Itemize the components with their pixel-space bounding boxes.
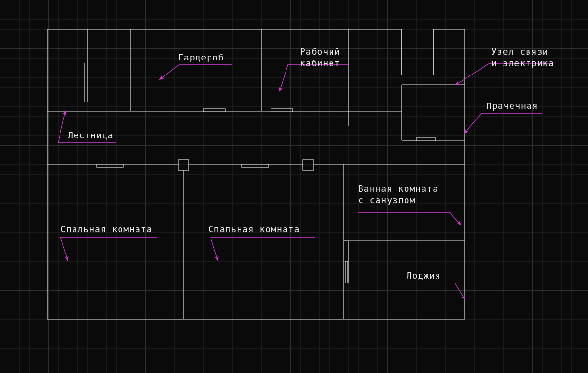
svg-rect-14 (242, 164, 269, 167)
svg-rect-10 (416, 138, 436, 141)
svg-rect-12 (303, 160, 314, 170)
svg-rect-6 (271, 109, 293, 112)
label-laundry: Прачечная (486, 100, 538, 112)
label-comms: Узел связи и электрика (491, 46, 554, 70)
svg-rect-5 (203, 109, 225, 112)
label-study-line1: Рабочий (300, 46, 340, 57)
label-comms-line2: и электрика (491, 58, 554, 68)
label-bedroom-2: Спальная комната (208, 224, 300, 235)
label-bath-line2: с санузлом (358, 195, 415, 205)
label-bath-line1: Ванная комната (358, 183, 438, 194)
label-comms-line1: Узел связи (491, 46, 548, 57)
label-bath: Ванная комната с санузлом (358, 183, 438, 207)
label-study-line2: кабинет (300, 58, 340, 68)
svg-rect-17 (345, 261, 348, 283)
label-wardrobe: Гардероб (178, 52, 224, 63)
label-study: Рабочий кабинет (300, 46, 340, 70)
label-stairs: Лестница (68, 130, 114, 141)
svg-rect-11 (178, 160, 189, 170)
label-bedroom-1: Спальная комната (60, 224, 152, 235)
svg-rect-13 (97, 164, 123, 167)
cad-canvas[interactable]: Гардероб Рабочий кабинет Узел связи и эл… (0, 0, 588, 373)
label-loggia: Лоджия (407, 270, 441, 282)
